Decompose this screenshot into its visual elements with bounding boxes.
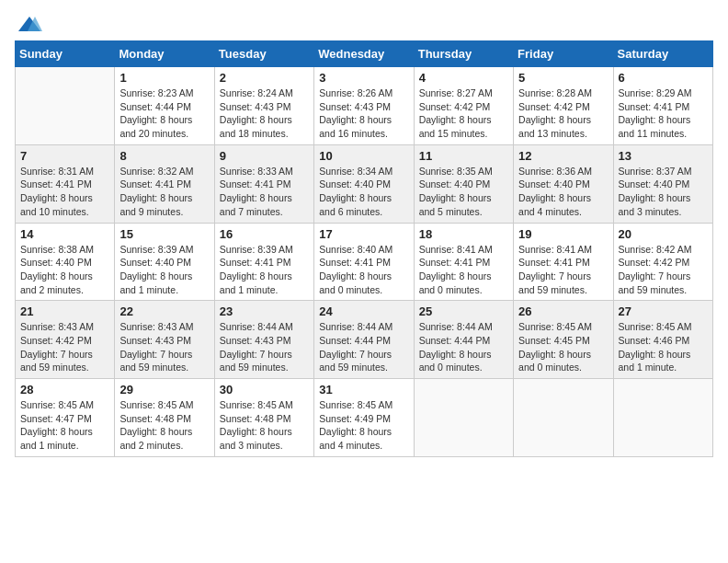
day-info: Sunrise: 8:38 AMSunset: 4:40 PMDaylight:… (20, 243, 109, 297)
day-number: 30 (220, 383, 309, 396)
weekday-header: Wednesday (314, 41, 414, 67)
calendar-cell: 26Sunrise: 8:45 AMSunset: 4:45 PMDayligh… (514, 301, 613, 379)
calendar-cell: 19Sunrise: 8:41 AMSunset: 4:41 PMDayligh… (514, 223, 613, 301)
day-info: Sunrise: 8:23 AMSunset: 4:44 PMDaylight:… (119, 86, 209, 141)
calendar-cell: 25Sunrise: 8:44 AMSunset: 4:44 PMDayligh… (414, 301, 513, 379)
calendar-cell (613, 379, 712, 457)
calendar-cell: 30Sunrise: 8:45 AMSunset: 4:48 PMDayligh… (214, 379, 313, 457)
calendar-week-row: 21Sunrise: 8:43 AMSunset: 4:42 PMDayligh… (16, 301, 713, 379)
weekday-header: Tuesday (214, 41, 313, 67)
day-number: 13 (619, 149, 708, 163)
calendar-cell: 18Sunrise: 8:41 AMSunset: 4:41 PMDayligh… (414, 223, 513, 301)
calendar-cell: 10Sunrise: 8:34 AMSunset: 4:40 PMDayligh… (314, 144, 414, 223)
day-info: Sunrise: 8:45 AMSunset: 4:48 PMDaylight:… (119, 398, 209, 453)
day-number: 18 (419, 227, 508, 241)
day-info: Sunrise: 8:41 AMSunset: 4:41 PMDaylight:… (419, 243, 508, 297)
calendar-cell: 4Sunrise: 8:27 AMSunset: 4:42 PMDaylight… (414, 67, 513, 145)
calendar-cell: 24Sunrise: 8:44 AMSunset: 4:44 PMDayligh… (314, 301, 414, 379)
calendar-header-row: SundayMondayTuesdayWednesdayThursdayFrid… (16, 41, 713, 67)
day-info: Sunrise: 8:31 AMSunset: 4:41 PMDaylight:… (20, 165, 109, 219)
calendar-cell: 16Sunrise: 8:39 AMSunset: 4:41 PMDayligh… (214, 223, 313, 301)
day-number: 28 (20, 383, 109, 396)
calendar-cell: 11Sunrise: 8:35 AMSunset: 4:40 PMDayligh… (414, 144, 513, 223)
day-info: Sunrise: 8:26 AMSunset: 4:43 PMDaylight:… (319, 86, 408, 141)
day-number: 27 (619, 304, 708, 318)
day-number: 24 (319, 304, 408, 318)
day-info: Sunrise: 8:45 AMSunset: 4:46 PMDaylight:… (619, 320, 708, 374)
day-number: 7 (20, 149, 109, 163)
calendar-cell: 7Sunrise: 8:31 AMSunset: 4:41 PMDaylight… (16, 144, 115, 223)
logo-icon (17, 15, 42, 33)
calendar-cell: 3Sunrise: 8:26 AMSunset: 4:43 PMDaylight… (314, 67, 414, 145)
day-info: Sunrise: 8:39 AMSunset: 4:40 PMDaylight:… (119, 243, 209, 297)
day-number: 22 (119, 304, 209, 318)
calendar-cell: 9Sunrise: 8:33 AMSunset: 4:41 PMDaylight… (214, 144, 313, 223)
weekday-header: Sunday (16, 41, 115, 67)
calendar-cell: 14Sunrise: 8:38 AMSunset: 4:40 PMDayligh… (16, 223, 115, 301)
day-number: 21 (20, 304, 109, 318)
day-number: 9 (220, 149, 309, 163)
weekday-header: Thursday (414, 41, 513, 67)
day-info: Sunrise: 8:33 AMSunset: 4:41 PMDaylight:… (220, 165, 309, 219)
day-info: Sunrise: 8:32 AMSunset: 4:41 PMDaylight:… (119, 165, 209, 219)
day-info: Sunrise: 8:24 AMSunset: 4:43 PMDaylight:… (220, 86, 309, 141)
day-number: 14 (20, 227, 109, 241)
day-number: 5 (518, 71, 608, 85)
calendar-cell: 15Sunrise: 8:39 AMSunset: 4:40 PMDayligh… (115, 223, 214, 301)
day-info: Sunrise: 8:44 AMSunset: 4:43 PMDaylight:… (220, 320, 309, 374)
calendar-week-row: 7Sunrise: 8:31 AMSunset: 4:41 PMDaylight… (16, 144, 713, 223)
calendar-cell: 13Sunrise: 8:37 AMSunset: 4:40 PMDayligh… (613, 144, 712, 223)
day-number: 15 (119, 227, 209, 241)
day-number: 6 (619, 71, 708, 85)
day-info: Sunrise: 8:34 AMSunset: 4:40 PMDaylight:… (319, 165, 408, 219)
day-number: 25 (419, 304, 508, 318)
calendar-cell: 23Sunrise: 8:44 AMSunset: 4:43 PMDayligh… (214, 301, 313, 379)
calendar-cell: 27Sunrise: 8:45 AMSunset: 4:46 PMDayligh… (613, 301, 712, 379)
day-info: Sunrise: 8:40 AMSunset: 4:41 PMDaylight:… (319, 243, 408, 297)
day-number: 19 (518, 227, 608, 241)
day-info: Sunrise: 8:27 AMSunset: 4:42 PMDaylight:… (419, 86, 508, 141)
day-number: 3 (319, 71, 408, 85)
day-number: 23 (220, 304, 309, 318)
calendar-cell: 5Sunrise: 8:28 AMSunset: 4:42 PMDaylight… (514, 67, 613, 145)
day-number: 12 (518, 149, 608, 163)
day-info: Sunrise: 8:44 AMSunset: 4:44 PMDaylight:… (419, 320, 508, 374)
calendar-cell: 31Sunrise: 8:45 AMSunset: 4:49 PMDayligh… (314, 379, 414, 457)
day-info: Sunrise: 8:43 AMSunset: 4:43 PMDaylight:… (119, 320, 209, 374)
day-number: 31 (319, 383, 408, 396)
day-info: Sunrise: 8:45 AMSunset: 4:45 PMDaylight:… (518, 320, 608, 374)
calendar-cell: 29Sunrise: 8:45 AMSunset: 4:48 PMDayligh… (115, 379, 214, 457)
day-number: 4 (419, 71, 508, 85)
weekday-header: Saturday (613, 41, 712, 67)
day-info: Sunrise: 8:37 AMSunset: 4:40 PMDaylight:… (619, 165, 708, 219)
day-number: 2 (220, 71, 309, 85)
calendar-cell (514, 379, 613, 457)
day-number: 16 (220, 227, 309, 241)
calendar-cell: 12Sunrise: 8:36 AMSunset: 4:40 PMDayligh… (514, 144, 613, 223)
day-number: 29 (119, 383, 209, 396)
calendar-cell: 6Sunrise: 8:29 AMSunset: 4:41 PMDaylight… (613, 67, 712, 145)
day-info: Sunrise: 8:41 AMSunset: 4:41 PMDaylight:… (518, 243, 608, 297)
day-number: 20 (619, 227, 708, 241)
calendar-cell: 21Sunrise: 8:43 AMSunset: 4:42 PMDayligh… (16, 301, 115, 379)
day-number: 26 (518, 304, 608, 318)
calendar-table: SundayMondayTuesdayWednesdayThursdayFrid… (15, 40, 713, 457)
calendar-week-row: 14Sunrise: 8:38 AMSunset: 4:40 PMDayligh… (16, 223, 713, 301)
calendar-week-row: 28Sunrise: 8:45 AMSunset: 4:47 PMDayligh… (16, 379, 713, 457)
calendar-cell: 28Sunrise: 8:45 AMSunset: 4:47 PMDayligh… (16, 379, 115, 457)
calendar-cell (16, 67, 115, 145)
calendar-cell: 22Sunrise: 8:43 AMSunset: 4:43 PMDayligh… (115, 301, 214, 379)
day-number: 1 (119, 71, 209, 85)
calendar-cell: 8Sunrise: 8:32 AMSunset: 4:41 PMDaylight… (115, 144, 214, 223)
weekday-header: Friday (514, 41, 613, 67)
day-number: 11 (419, 149, 508, 163)
day-info: Sunrise: 8:29 AMSunset: 4:41 PMDaylight:… (619, 86, 708, 141)
calendar-cell: 20Sunrise: 8:42 AMSunset: 4:42 PMDayligh… (613, 223, 712, 301)
day-info: Sunrise: 8:42 AMSunset: 4:42 PMDaylight:… (619, 243, 708, 297)
day-info: Sunrise: 8:45 AMSunset: 4:48 PMDaylight:… (220, 398, 309, 453)
calendar-week-row: 1Sunrise: 8:23 AMSunset: 4:44 PMDaylight… (16, 67, 713, 145)
day-number: 8 (119, 149, 209, 163)
day-info: Sunrise: 8:45 AMSunset: 4:49 PMDaylight:… (319, 398, 408, 453)
day-number: 17 (319, 227, 408, 241)
day-number: 10 (319, 149, 408, 163)
